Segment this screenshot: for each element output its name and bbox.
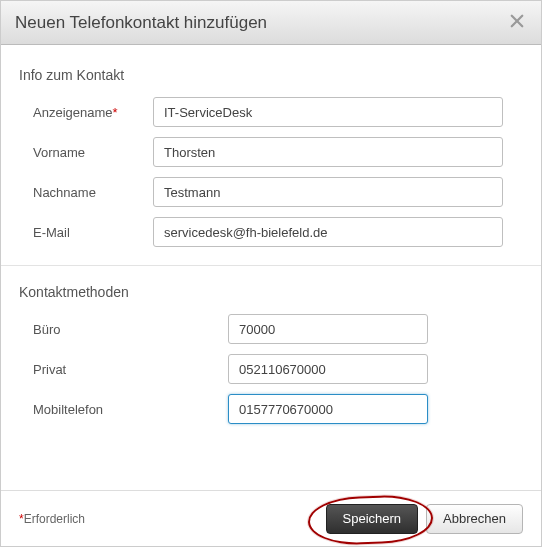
row-lastname: Nachname: [19, 177, 523, 207]
input-office[interactable]: [228, 314, 428, 344]
row-office: Büro: [19, 314, 523, 344]
dialog-titlebar: Neuen Telefonkontakt hinzufügen: [1, 1, 541, 45]
input-displayname[interactable]: [153, 97, 503, 127]
dialog-footer: *Erforderlich Speichern Abbrechen: [1, 490, 541, 546]
divider: [1, 265, 541, 266]
dialog-title: Neuen Telefonkontakt hinzufügen: [15, 13, 267, 33]
row-mobile: Mobiltelefon: [19, 394, 523, 424]
label-office: Büro: [33, 322, 228, 337]
input-firstname[interactable]: [153, 137, 503, 167]
required-note: *Erforderlich: [19, 512, 85, 526]
label-lastname: Nachname: [33, 185, 153, 200]
row-firstname: Vorname: [19, 137, 523, 167]
row-email: E-Mail: [19, 217, 523, 247]
input-private[interactable]: [228, 354, 428, 384]
label-email: E-Mail: [33, 225, 153, 240]
label-firstname: Vorname: [33, 145, 153, 160]
save-highlight: Speichern: [318, 504, 419, 534]
row-displayname: Anzeigename*: [19, 97, 523, 127]
label-displayname: Anzeigename*: [33, 105, 153, 120]
close-icon[interactable]: [505, 9, 529, 33]
input-mobile[interactable]: [228, 394, 428, 424]
cancel-button[interactable]: Abbrechen: [426, 504, 523, 534]
input-email[interactable]: [153, 217, 503, 247]
input-lastname[interactable]: [153, 177, 503, 207]
label-private: Privat: [33, 362, 228, 377]
section-methods-title: Kontaktmethoden: [19, 284, 523, 300]
save-button[interactable]: Speichern: [326, 504, 419, 534]
label-mobile: Mobiltelefon: [33, 402, 228, 417]
section-info-title: Info zum Kontakt: [19, 67, 523, 83]
row-private: Privat: [19, 354, 523, 384]
